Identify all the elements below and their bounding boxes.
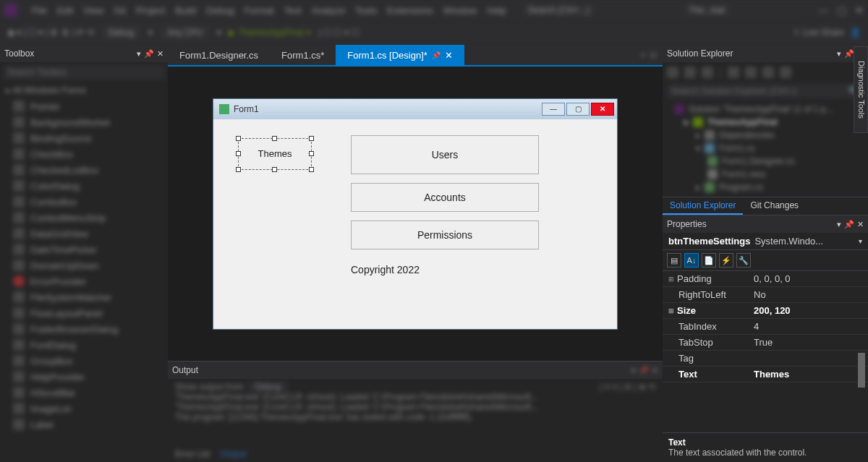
menu-debug[interactable]: Debug (206, 5, 234, 16)
alphabetical-icon[interactable]: A↓ (684, 253, 699, 268)
resize-grip[interactable] (309, 136, 314, 141)
toolbox-item[interactable]: ImageList (0, 401, 168, 416)
tab-designer-cs[interactable]: Form1.Designer.cs (168, 45, 270, 65)
menu-analyze[interactable]: Analyze (312, 5, 345, 16)
resize-grip[interactable] (309, 167, 314, 172)
categorized-icon[interactable]: ▤ (667, 253, 681, 268)
prop-row[interactable]: ⊞Size200, 120 (663, 303, 868, 319)
form-maximize-icon[interactable]: ▢ (566, 103, 590, 116)
pin-icon[interactable]: 📌 (432, 51, 441, 59)
refresh-icon[interactable] (702, 67, 713, 78)
resize-grip[interactable] (272, 136, 277, 141)
git-changes-tab[interactable]: Git Changes (743, 197, 806, 215)
form-body[interactable]: Themes Users Accounts Permissions Copyri… (213, 119, 617, 329)
run-button[interactable]: ▶ ThemesAppFinal ▾ (229, 27, 311, 38)
prop-row[interactable]: TabIndex4 (663, 319, 868, 335)
pin-icon[interactable]: 📌 (844, 220, 854, 229)
resize-grip[interactable] (236, 136, 241, 141)
prop-row[interactable]: RightToLeftNo (663, 287, 868, 303)
preview-icon[interactable] (780, 67, 791, 78)
menu-build[interactable]: Build (175, 5, 196, 16)
expand-icon[interactable]: ⊞ (668, 275, 674, 283)
toolbox-item[interactable]: FlowLayoutPanel (0, 305, 168, 321)
pin-icon[interactable]: 📌 (144, 49, 154, 59)
toolbox-item[interactable]: FontDialog (0, 337, 168, 353)
menubar-search[interactable]: Search (Ctrl+...) (522, 4, 595, 17)
scrollbar[interactable] (856, 309, 867, 426)
diagnostic-tools-tab[interactable]: Diagnostic Tools (854, 46, 868, 133)
tab-overflow-icon[interactable]: ▾ (641, 50, 645, 60)
form-close-icon[interactable]: ✕ (591, 103, 614, 116)
menu-git[interactable]: Git (114, 5, 126, 16)
prop-row[interactable]: TextThemes (663, 367, 868, 382)
permissions-button[interactable]: Permissions (351, 221, 539, 249)
panel-options-icon[interactable]: ▾ (837, 220, 841, 229)
toolbox-item[interactable]: CheckedListBox (0, 162, 168, 178)
tab-form-design[interactable]: Form1.cs [Design]*📌✕ (336, 45, 464, 65)
tree-deps-node[interactable]: ▸ Dependencies (667, 129, 864, 142)
home-icon[interactable] (667, 67, 678, 78)
events-icon[interactable]: ⚡ (719, 253, 733, 268)
menu-view[interactable]: View (83, 5, 103, 16)
prop-row[interactable]: TabStopTrue (663, 335, 868, 351)
menu-extensions[interactable]: Extensions (387, 5, 433, 16)
panel-options-icon[interactable]: ▾ (837, 49, 841, 59)
resize-grip[interactable] (236, 167, 241, 172)
toolbox-options-icon[interactable]: ▾ (137, 49, 141, 59)
tree-program-node[interactable]: ▸ Program.cs (667, 181, 864, 194)
menu-edit[interactable]: Edit (57, 5, 73, 16)
output-source-dropdown[interactable]: Debug (248, 381, 288, 393)
panel-options-icon[interactable]: ▾ (631, 366, 636, 375)
close-icon[interactable]: ✕ (857, 220, 864, 229)
expand-icon[interactable]: ⊞ (668, 307, 674, 315)
toolbox-item[interactable]: BindingSource (0, 130, 168, 146)
toolbox-item[interactable]: ColorDialog (0, 178, 168, 194)
toolbox-item[interactable]: Pointer (0, 98, 168, 114)
solution-search[interactable]: Search Solution Explorer (Ctrl+;)🔍 (667, 84, 864, 98)
form-minimize-icon[interactable]: — (542, 103, 565, 116)
toolbox-item[interactable]: DateTimePicker (0, 241, 168, 257)
pin-icon[interactable]: 📌 (844, 49, 854, 59)
window-maximize-icon[interactable]: ▢ (837, 4, 846, 16)
prop-row[interactable]: Tag (663, 351, 868, 367)
accounts-button[interactable]: Accounts (351, 183, 539, 212)
tree-designer-node[interactable]: Form1.Designer.cs (667, 155, 864, 168)
tree-resx-node[interactable]: Form1.resx (667, 168, 864, 181)
menu-help[interactable]: Help (487, 5, 506, 16)
close-tab-icon[interactable]: ✕ (445, 50, 453, 61)
messages-icon[interactable]: 🔧 (736, 253, 751, 268)
toolbox-item[interactable]: ContextMenuStrip (0, 210, 168, 226)
tree-form-node[interactable]: ▾ Form1.cs (667, 142, 864, 155)
menu-test[interactable]: Test (284, 5, 302, 16)
properties-icon[interactable] (762, 67, 774, 78)
designer-surface[interactable]: Form1 — ▢ ✕ Themes (168, 65, 663, 361)
menu-window[interactable]: Window (443, 5, 477, 16)
tree-project-node[interactable]: ▸ ThemesAppFinal (667, 116, 864, 129)
toolbox-item[interactable]: FolderBrowserDialog (0, 321, 168, 337)
users-button[interactable]: Users (351, 135, 539, 174)
collapse-icon[interactable] (728, 67, 739, 78)
window-split-icon[interactable]: ⊞ (650, 50, 657, 60)
tree-solution-node[interactable]: Solution 'ThemesAppFinal' (1 of 1 p... (667, 103, 864, 116)
error-list-tab[interactable]: Error List (175, 449, 210, 459)
toolbox-item[interactable]: HelpProvider (0, 369, 168, 385)
toolbox-item[interactable]: BackgroundWorker (0, 114, 168, 130)
tab-form-cs[interactable]: Form1.cs* (270, 45, 336, 65)
toolbox-search[interactable]: Search Toolbox (3, 65, 165, 80)
toolbox-item[interactable]: FileSystemWatcher (0, 289, 168, 305)
toolbox-item[interactable]: DomainUpDown (0, 257, 168, 273)
copyright-label[interactable]: Copyright 2022 (351, 262, 539, 277)
toolbox-item[interactable]: Label (0, 416, 168, 432)
close-icon[interactable]: ✕ (157, 49, 163, 59)
menu-format[interactable]: Format (244, 5, 274, 16)
sync-icon[interactable] (684, 67, 696, 78)
prop-row[interactable]: ⊞Padding0, 0, 0, 0 (663, 271, 868, 287)
window-minimize-icon[interactable]: — (818, 4, 828, 16)
toolbox-item[interactable]: ErrorProvider (0, 273, 168, 289)
toolbox-item[interactable]: HScrollBar (0, 385, 168, 401)
properties-control-selector[interactable]: btnThemeSettingsSystem.Windo...▾ (663, 233, 868, 250)
window-close-icon[interactable]: ✕ (855, 4, 864, 16)
menu-tools[interactable]: Tools (355, 5, 377, 16)
output-tab[interactable]: Output (221, 449, 247, 459)
pin-icon[interactable]: 📌 (639, 366, 649, 375)
